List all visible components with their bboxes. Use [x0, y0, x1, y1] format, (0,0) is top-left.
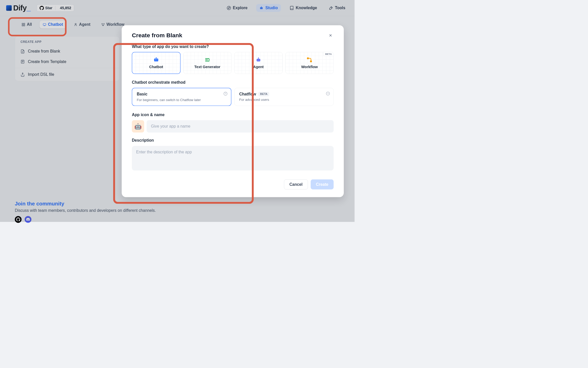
- app-icon-selector[interactable]: 🤖: [132, 120, 144, 132]
- app-emoji: 🤖: [134, 123, 142, 130]
- type-workflow[interactable]: BETA Workflow: [285, 52, 334, 74]
- chatbot-type-icon: [153, 57, 159, 63]
- svg-rect-25: [154, 59, 158, 62]
- orchestrate-grid: ? Basic For beginners, can switch to Cha…: [132, 88, 334, 106]
- workflow-type-icon: [307, 57, 313, 63]
- help-icon[interactable]: ?: [224, 92, 227, 95]
- type-chatbot[interactable]: Chatbot: [132, 52, 180, 74]
- svg-point-26: [155, 59, 156, 60]
- type-agent[interactable]: Agent: [234, 52, 283, 74]
- svg-rect-33: [257, 59, 260, 62]
- svg-point-39: [310, 61, 312, 62]
- beta-badge: BETA: [323, 52, 334, 56]
- close-button[interactable]: [327, 32, 334, 38]
- cancel-button[interactable]: Cancel: [284, 179, 308, 189]
- svg-point-34: [257, 60, 258, 60]
- orch-chatflow[interactable]: ? Chatflow BETA For advanced users: [234, 88, 334, 106]
- beta-badge: BETA: [258, 92, 269, 96]
- create-blank-modal: Create from Blank What type of app do yo…: [122, 25, 344, 197]
- modal-title: Create from Blank: [132, 32, 182, 39]
- app-type-grid: Chatbot Text Generator Agent BETA Workfl…: [132, 52, 334, 74]
- svg-point-35: [259, 60, 260, 60]
- type-text-generator[interactable]: Text Generator: [183, 52, 231, 74]
- svg-point-29: [156, 57, 157, 58]
- create-button[interactable]: Create: [311, 179, 334, 189]
- orch-basic[interactable]: ? Basic For beginners, can switch to Cha…: [132, 88, 231, 106]
- svg-point-27: [157, 59, 157, 60]
- description-label: Description: [132, 138, 334, 143]
- text-gen-icon: [204, 57, 210, 63]
- app-type-label: What type of app do you want to create?: [132, 44, 334, 49]
- agent-type-icon: [255, 57, 262, 63]
- help-icon[interactable]: ?: [326, 92, 330, 95]
- close-icon: [328, 33, 333, 38]
- app-name-input[interactable]: [147, 120, 334, 132]
- svg-point-37: [258, 57, 259, 58]
- orchestrate-label: Chatbot orchestrate method: [132, 80, 334, 85]
- icon-name-label: App icon & name: [132, 112, 334, 117]
- description-input[interactable]: [132, 146, 334, 170]
- svg-point-38: [307, 58, 309, 59]
